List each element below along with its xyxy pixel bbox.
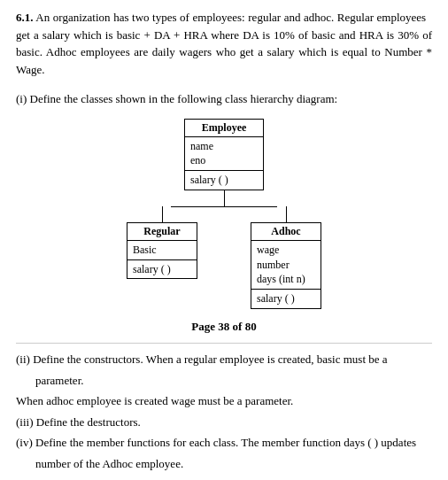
adhoc-class-fields: wage number days (int n) [251, 241, 321, 290]
children-row: Regular Basic salary ( ) [127, 206, 321, 309]
instruction-iii: (iii) Define the destructors. [16, 414, 432, 431]
instruction-ii-cont: parameter. [16, 372, 432, 390]
page-of: of [233, 320, 243, 333]
branch-container: Regular Basic salary ( ) [127, 206, 321, 309]
instruction-v: (v) Write a test program to test the cla… [16, 476, 432, 480]
adhoc-child: Adhoc wage number days (int n) salary ( … [251, 206, 321, 309]
employee-class-name: Employee [185, 120, 263, 137]
regular-vertical-line [162, 206, 163, 222]
class-diagram: Employee name eno salary ( ) [16, 119, 432, 310]
adhoc-class-name: Adhoc [251, 223, 321, 241]
question-block: 6.1. An organization has two types of em… [16, 9, 432, 480]
regular-class-methods: salary ( ) [127, 260, 197, 279]
adhoc-class-methods: salary ( ) [251, 290, 321, 308]
instruction-ii-b: When adhoc employee is created wage must… [16, 392, 432, 410]
question-number: 6.1. [16, 11, 34, 24]
instructions-block: (ii) Define the constructors. When a reg… [16, 351, 432, 480]
page-current: 38 [218, 320, 229, 333]
horizontal-branch-line [171, 206, 277, 207]
top-vertical-line [224, 190, 225, 206]
instruction-iv: (iv) Define the member functions for eac… [16, 434, 432, 452]
employee-class-methods: salary ( ) [185, 171, 263, 190]
regular-child: Regular Basic salary ( ) [127, 206, 197, 280]
page-total: 80 [245, 320, 257, 333]
sub-question-i: (i) Define the classes shown in the foll… [16, 90, 432, 108]
page-label: Page [191, 320, 215, 333]
instruction-ii: (ii) Define the constructors. When a reg… [16, 351, 432, 368]
employee-class-fields: name eno [185, 137, 263, 172]
question-body: An organization has two types of employe… [16, 11, 432, 76]
divider [16, 343, 432, 344]
page-number: Page 38 of 80 [16, 320, 432, 334]
regular-class-name: Regular [127, 223, 197, 241]
employee-class-box: Employee name eno salary ( ) [184, 119, 264, 190]
adhoc-class-box: Adhoc wage number days (int n) salary ( … [251, 222, 321, 309]
adhoc-vertical-line [286, 206, 287, 222]
regular-class-fields: Basic [127, 241, 197, 260]
sub-i-text: (i) Define the classes shown in the foll… [16, 92, 337, 105]
question-text: 6.1. An organization has two types of em… [16, 9, 432, 78]
regular-class-box: Regular Basic salary ( ) [127, 222, 197, 280]
instruction-iv-cont: number of the Adhoc employee. [16, 455, 432, 473]
